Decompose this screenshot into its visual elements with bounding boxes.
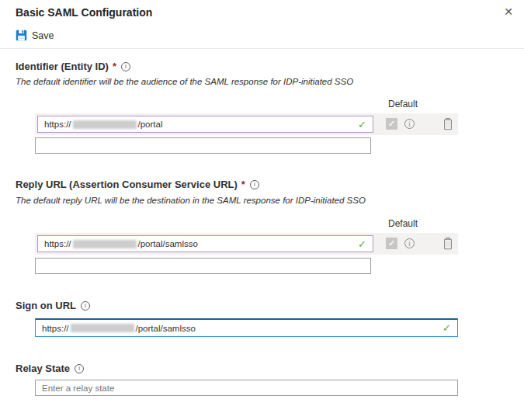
reply-url-new-entry-input[interactable] bbox=[35, 258, 371, 274]
required-marker: * bbox=[113, 61, 116, 72]
url-suffix: /portal/samlsso bbox=[138, 239, 198, 248]
redacted-url-segment bbox=[73, 120, 137, 129]
redacted-url-segment bbox=[73, 240, 137, 248]
reply-url-row: https:///portal/samlsso ✓ ✓ i bbox=[35, 233, 458, 255]
save-button[interactable]: Save bbox=[16, 30, 54, 41]
default-column-header: Default bbox=[388, 218, 418, 229]
page-title: Basic SAML Configuration bbox=[16, 6, 152, 19]
identifier-url-input[interactable]: https:///portal ✓ bbox=[37, 116, 373, 133]
url-prefix: https:// bbox=[44, 120, 71, 129]
delete-row-icon[interactable] bbox=[442, 237, 454, 250]
info-icon[interactable]: i bbox=[75, 364, 84, 373]
required-marker: * bbox=[241, 179, 245, 190]
url-suffix: /portal/samlsso bbox=[136, 324, 196, 333]
sign-on-url-input[interactable]: https:///portal/samlsso ✓ bbox=[35, 318, 458, 337]
identifier-section-label: Identifier (Entity ID)* i bbox=[16, 61, 130, 72]
default-column-header: Default bbox=[388, 99, 418, 109]
default-checkbox[interactable]: ✓ bbox=[386, 118, 397, 130]
reply-url-input[interactable]: https:///portal/samlsso ✓ bbox=[37, 235, 373, 252]
valid-check-icon: ✓ bbox=[358, 239, 366, 249]
delete-row-icon[interactable] bbox=[442, 117, 454, 130]
reply-url-section-description: The default reply URL will be the destin… bbox=[16, 196, 366, 205]
valid-check-icon: ✓ bbox=[442, 323, 451, 333]
relay-state-input[interactable] bbox=[35, 380, 458, 396]
save-button-label: Save bbox=[32, 30, 54, 41]
info-icon[interactable]: i bbox=[81, 301, 90, 311]
close-icon[interactable]: ✕ bbox=[501, 4, 516, 19]
identifier-url-row: https:///portal ✓ ✓ i bbox=[35, 113, 458, 135]
reply-url-section-label: Reply URL (Assertion Consumer Service UR… bbox=[16, 179, 259, 190]
relay-state-section-label: Relay State i bbox=[16, 363, 84, 374]
save-icon bbox=[16, 30, 27, 41]
default-checkbox[interactable]: ✓ bbox=[386, 238, 397, 249]
valid-check-icon: ✓ bbox=[358, 120, 366, 130]
identifier-new-entry-input[interactable] bbox=[35, 137, 371, 154]
url-prefix: https:// bbox=[44, 239, 71, 248]
basic-saml-configuration-panel: Basic SAML Configuration ✕ Save Identifi… bbox=[0, 0, 524, 420]
redacted-url-segment bbox=[71, 324, 134, 332]
info-icon[interactable]: i bbox=[250, 180, 259, 189]
url-prefix: https:// bbox=[42, 324, 69, 333]
sign-on-url-section-label: Sign on URL i bbox=[16, 300, 90, 311]
info-icon[interactable]: i bbox=[121, 62, 130, 71]
url-suffix: /portal bbox=[138, 120, 163, 129]
info-icon[interactable]: i bbox=[404, 119, 415, 129]
toolbar-divider bbox=[0, 48, 524, 49]
info-icon[interactable]: i bbox=[404, 238, 415, 248]
identifier-section-description: The default identifier will be the audie… bbox=[16, 77, 353, 86]
